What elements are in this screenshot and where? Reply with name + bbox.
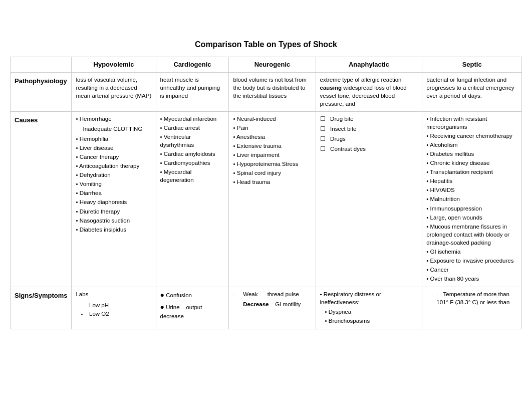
pathophysiology-anaphylactic: extreme type of allergic reaction causin… [316, 73, 422, 111]
signs-neurogenic: - Weak thread pulse - Decrease GI motili… [229, 287, 316, 329]
col-header-anaphylactic: Anaphylactic [316, 57, 422, 73]
comparison-table: Hypovolemic Cardiogenic Neurogenic Anaph… [10, 57, 522, 329]
page-title: Comparison Table on Types of Shock [10, 40, 522, 49]
causes-neurogenic: Neural-induced Pain Anesthesia Extensive… [229, 111, 316, 287]
pathophysiology-row: Pathophysiology loss of vascular volume,… [11, 73, 522, 111]
pathophysiology-septic: bacterial or fungal infection and progre… [422, 73, 522, 111]
causes-hypovolemic: Hemorrhage Inadequate CLOTTING Hemophili… [72, 111, 156, 287]
causes-anaphylactic: ☐ Drug bite ☐ Insect bite ☐ Drugs ☐ Cont… [316, 111, 422, 287]
col-header-empty [11, 57, 72, 73]
causes-row: Causes Hemorrhage Inadequate CLOTTING He… [11, 111, 522, 287]
signs-septic: - Temperature of more than 101° F (38.3°… [422, 287, 522, 329]
pathophysiology-hypovolemic: loss of vascular volume, resulting in a … [72, 73, 156, 111]
causes-septic: Infection with resistant microorganisms … [422, 111, 522, 287]
causes-cardiogenic: Myocardial infarction Cardiac arrest Ven… [156, 111, 229, 287]
signs-cardiogenic: ● Confusion ● Urine output decrease [156, 287, 229, 329]
causes-label: Causes [11, 111, 72, 287]
signs-hypovolemic: Labs - Low pH - Low O2 [72, 287, 156, 329]
signs-label: Signs/Symptoms [11, 287, 72, 329]
col-header-cardiogenic: Cardiogenic [156, 57, 229, 73]
pathophysiology-cardiogenic: heart muscle is unhealthy and pumping is… [156, 73, 229, 111]
col-header-neurogenic: Neurogenic [229, 57, 316, 73]
col-header-septic: Septic [422, 57, 522, 73]
signs-anaphylactic: Respiratory distress or ineffectiveness:… [316, 287, 422, 329]
col-header-hypovolemic: Hypovolemic [72, 57, 156, 73]
pathophysiology-label: Pathophysiology [11, 73, 72, 111]
signs-row: Signs/Symptoms Labs - Low pH - Low O2 ● … [11, 287, 522, 329]
pathophysiology-neurogenic: blood volume is not lost from the body b… [229, 73, 316, 111]
page-container: Comparison Table on Types of Shock Hypov… [0, 0, 532, 339]
